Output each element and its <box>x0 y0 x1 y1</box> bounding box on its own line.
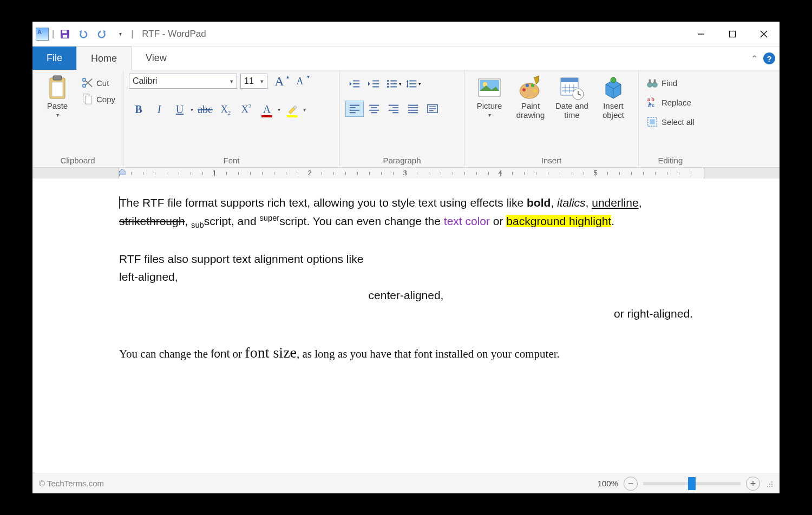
paragraph[interactable]: RTF files also support text alignment op… <box>119 250 693 268</box>
resize-grip[interactable] <box>765 480 773 487</box>
calendar-clock-icon <box>559 75 585 101</box>
strikethrough-button[interactable]: abc <box>195 100 215 119</box>
cut-button[interactable]: Cut <box>79 76 117 90</box>
align-left-button[interactable] <box>345 101 364 117</box>
zoom-out-button[interactable]: − <box>624 477 638 491</box>
font-color-button[interactable]: A <box>257 100 277 119</box>
svg-point-59 <box>533 89 536 93</box>
insert-object-button[interactable]: Insert object <box>594 74 633 121</box>
paste-button[interactable]: Paste ▾ <box>38 74 77 119</box>
svg-point-22 <box>387 80 389 82</box>
superscript-button[interactable]: X2 <box>237 100 256 119</box>
find-button[interactable]: Find <box>644 76 697 90</box>
highlight-button[interactable] <box>283 100 302 119</box>
save-button[interactable] <box>57 27 73 42</box>
paint-drawing-button[interactable]: Paint drawing <box>511 74 550 121</box>
ruler[interactable]: 12345 <box>32 168 780 180</box>
date-time-button[interactable]: Date and time <box>552 74 592 121</box>
redo-button[interactable] <box>94 27 109 42</box>
paragraph[interactable] <box>119 232 693 250</box>
underline-text: underline <box>592 196 638 209</box>
align-right-button[interactable] <box>384 101 403 117</box>
underline-button[interactable]: U <box>170 100 189 119</box>
group-label-editing: Editing <box>644 154 697 166</box>
minimize-button[interactable] <box>685 22 717 47</box>
big-text: font size <box>245 344 297 361</box>
document-area[interactable]: The RTF file format supports rich text, … <box>32 179 780 473</box>
svg-rect-8 <box>53 76 62 80</box>
replace-label: Replace <box>662 98 691 107</box>
replace-button[interactable]: abacReplace <box>644 95 697 109</box>
zoom-slider[interactable] <box>643 482 741 485</box>
font-size-select[interactable]: 11▾ <box>240 74 267 89</box>
tab-home[interactable]: Home <box>76 47 132 70</box>
ruler-scale: 12345 <box>119 168 704 179</box>
shrink-font-button[interactable]: A▾ <box>291 74 309 89</box>
svg-point-10 <box>83 84 86 88</box>
group-editing: Find abacReplace Select all Editing <box>639 70 702 167</box>
highlighted-text: background highlight <box>506 215 611 227</box>
alt-font-text: font <box>211 347 230 360</box>
paragraph[interactable]: You can change the font or font size, as… <box>119 341 693 365</box>
help-button[interactable]: ? <box>763 52 775 64</box>
indent-marker[interactable] <box>119 169 126 179</box>
svg-point-81 <box>771 481 772 483</box>
group-label-insert: Insert <box>470 154 633 166</box>
grow-font-button[interactable]: A▴ <box>271 74 288 89</box>
bullet-list-button[interactable]: ▾ <box>384 76 403 92</box>
paragraph[interactable]: or right-aligned. <box>119 305 693 323</box>
wordpad-window: | ▾ | RTF - WordPad File Home View ⌃ ? <box>32 22 780 493</box>
svg-point-56 <box>522 88 526 91</box>
cube-icon <box>600 75 626 101</box>
collapse-ribbon-icon[interactable]: ⌃ <box>751 54 758 64</box>
svg-point-83 <box>771 484 772 485</box>
maximize-button[interactable] <box>717 22 748 47</box>
zoom-in-button[interactable]: + <box>746 477 760 491</box>
group-insert: Picture ▾ Paint drawing Date and time In… <box>464 70 639 167</box>
document-body[interactable]: The RTF file format supports rich text, … <box>32 179 780 376</box>
ribbon-tabs: File Home View ⌃ ? <box>32 47 780 70</box>
chevron-down-icon[interactable]: ▾ <box>277 107 281 113</box>
svg-rect-9 <box>52 82 63 96</box>
decrease-indent-button[interactable] <box>345 76 364 92</box>
chevron-down-icon[interactable]: ▾ <box>302 107 307 113</box>
tab-view[interactable]: View <box>132 47 181 70</box>
font-family-select[interactable]: Calibri▾ <box>129 74 237 89</box>
insert-picture-button[interactable]: Picture ▾ <box>470 74 509 119</box>
increase-indent-button[interactable] <box>365 76 383 92</box>
separator: | <box>131 29 133 39</box>
svg-rect-4 <box>730 31 736 37</box>
group-font: Calibri▾ 11▾ A▴ A▾ B I U▾ abc X2 X2 A▾ ▾… <box>123 70 340 167</box>
line-spacing-button[interactable]: ▾ <box>404 76 422 92</box>
paragraph[interactable] <box>119 322 693 341</box>
tab-file[interactable]: File <box>32 47 76 70</box>
subscript-text: sub <box>191 221 204 229</box>
subscript-button[interactable]: X2 <box>216 100 235 119</box>
paragraph[interactable]: left-aligned, <box>119 268 693 286</box>
close-button[interactable] <box>748 22 780 47</box>
group-paragraph: ▾ ▾ Paragraph <box>340 70 464 167</box>
bold-button[interactable]: B <box>129 100 148 119</box>
align-justify-button[interactable] <box>404 101 422 117</box>
svg-point-23 <box>387 83 389 85</box>
paragraph[interactable]: center-aligned, <box>119 286 693 305</box>
svg-rect-61 <box>561 78 578 82</box>
align-center-button[interactable] <box>365 101 383 117</box>
svg-rect-80 <box>650 119 654 124</box>
chevron-down-icon: ▾ <box>56 112 59 118</box>
paragraph[interactable]: The RTF file format supports rich text, … <box>119 194 693 232</box>
zoom-level: 100% <box>598 479 618 488</box>
zoom-slider-thumb[interactable] <box>688 477 696 490</box>
chevron-down-icon[interactable]: ▾ <box>189 107 194 113</box>
picture-label: Picture <box>477 102 502 111</box>
paragraph-dialog-button[interactable] <box>423 101 442 117</box>
separator: | <box>52 29 54 39</box>
select-all-button[interactable]: Select all <box>644 115 697 129</box>
copy-label: Copy <box>96 95 115 104</box>
copy-button[interactable]: Copy <box>79 92 117 106</box>
svg-point-85 <box>769 486 770 487</box>
italic-button[interactable]: I <box>149 100 169 119</box>
window-title: RTF - WordPad <box>142 29 206 39</box>
undo-button[interactable] <box>76 27 91 42</box>
qat-customize[interactable]: ▾ <box>113 27 128 42</box>
